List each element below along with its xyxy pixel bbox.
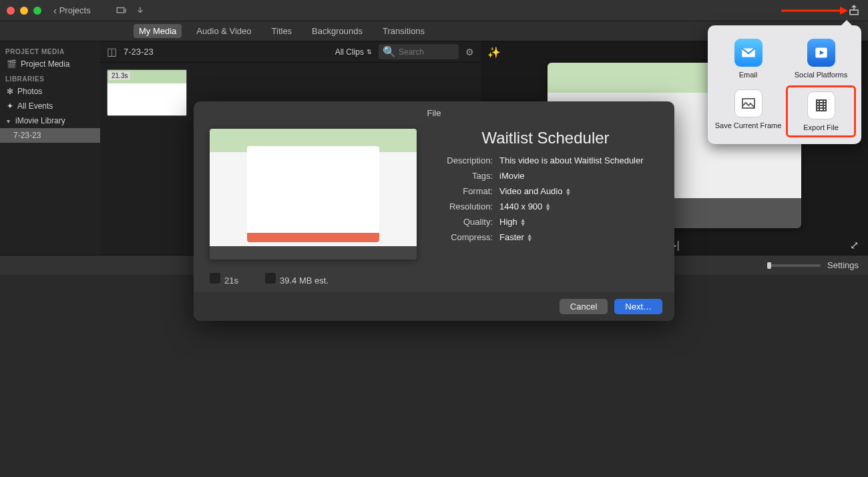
image-icon: [734, 89, 763, 117]
dialog-title: File: [194, 101, 674, 122]
window-controls: [7, 7, 41, 15]
quality-dropdown[interactable]: High ▲▼: [499, 217, 526, 227]
mail-icon: [734, 39, 763, 67]
sidebar-item-project-media[interactable]: 🎬 Project Media: [0, 57, 100, 71]
updown-icon: ⇅: [367, 49, 372, 55]
description-label: Description:: [433, 155, 493, 165]
updown-icon: ▲▼: [520, 218, 526, 226]
clip-duration-badge: 21.3s: [109, 71, 130, 80]
search-input[interactable]: [399, 47, 452, 57]
zoom-window-button[interactable]: [33, 7, 41, 15]
clapperboard-icon: 🎬: [7, 59, 17, 69]
svg-rect-0: [117, 7, 124, 13]
sidebar-item-label: 7-23-23: [13, 131, 41, 140]
tags-value[interactable]: iMovie: [499, 171, 525, 181]
resolution-dropdown[interactable]: 1440 x 900 ▲▼: [499, 201, 551, 211]
tab-transitions[interactable]: Transitions: [377, 24, 430, 38]
share-popover: Email Social Platforms Save Current Fram…: [708, 25, 861, 144]
resolution-value: 1440 x 900: [499, 201, 542, 211]
updown-icon: ▲▼: [565, 187, 571, 195]
updown-icon: ▲▼: [527, 233, 533, 242]
next-button[interactable]: Next…: [614, 299, 662, 314]
sidebar-header-libraries: LIBRARIES: [0, 71, 100, 84]
export-filesize: 39.4 MB est.: [265, 273, 329, 286]
search-field[interactable]: 🔍: [379, 44, 459, 59]
share-option-label: Email: [739, 71, 758, 79]
chevron-left-icon: ‹: [53, 5, 57, 16]
clips-filter-dropdown[interactable]: All Clips ⇅: [335, 47, 372, 57]
tab-audio-video[interactable]: Audio & Video: [191, 24, 256, 38]
share-option-label: Export File: [803, 123, 839, 131]
sidebar-item-label: Photos: [17, 87, 42, 96]
resolution-label: Resolution:: [433, 201, 493, 211]
format-dropdown[interactable]: Video and Audio ▲▼: [499, 186, 571, 196]
quality-value: High: [499, 217, 517, 227]
fullscreen-icon[interactable]: ⤢: [850, 239, 859, 252]
svg-rect-1: [850, 10, 858, 15]
film-icon: [807, 91, 835, 119]
left-sidebar: PROJECT MEDIA 🎬 Project Media LIBRARIES …: [0, 41, 100, 255]
tab-my-media[interactable]: My Media: [134, 24, 182, 38]
filter-label: All Clips: [335, 47, 364, 57]
compress-label: Compress:: [433, 232, 493, 242]
svg-marker-3: [840, 7, 848, 15]
tab-titles[interactable]: Titles: [266, 24, 298, 38]
format-label: Format:: [433, 186, 493, 196]
share-button[interactable]: [848, 4, 861, 17]
sidebar-item-label: Project Media: [21, 59, 69, 69]
flower-icon: ✻: [7, 87, 13, 96]
export-name[interactable]: Waitlist Scheduler: [433, 129, 658, 147]
sidebar-item-label: All Events: [17, 101, 53, 111]
compress-dropdown[interactable]: Faster ▲▼: [499, 232, 533, 242]
projects-label: Projects: [59, 5, 91, 15]
zoom-slider[interactable]: [767, 264, 821, 267]
format-value: Video and Audio: [499, 186, 562, 196]
sidebar-item-all-events[interactable]: ✦ All Events: [0, 99, 100, 113]
tags-label: Tags:: [433, 171, 493, 181]
share-option-email[interactable]: Email: [713, 35, 783, 83]
social-icon: [807, 39, 835, 67]
compress-value: Faster: [499, 232, 524, 242]
disclosure-triangle-icon[interactable]: ▾: [7, 117, 10, 125]
export-preview-thumbnail: [210, 129, 417, 260]
quality-label: Quality:: [433, 217, 493, 227]
zoom-slider-thumb[interactable]: [767, 262, 771, 269]
star-icon: ✦: [7, 101, 13, 111]
export-duration: 21s: [210, 273, 238, 286]
minimize-window-button[interactable]: [20, 7, 28, 15]
magic-wand-icon[interactable]: ✨: [487, 46, 499, 58]
clip-thumbnail[interactable]: 21.3s: [107, 69, 187, 116]
close-window-button[interactable]: [7, 7, 15, 15]
file-icon: [265, 273, 276, 284]
timeline-settings-button[interactable]: Settings: [827, 260, 859, 270]
search-icon: 🔍: [383, 45, 396, 58]
import-icon[interactable]: [115, 4, 128, 17]
download-icon[interactable]: [134, 4, 147, 17]
clock-icon: [210, 273, 220, 284]
updown-icon: ▲▼: [545, 203, 551, 211]
cancel-button[interactable]: Cancel: [560, 299, 608, 314]
share-option-label: Save Current Frame: [715, 121, 782, 129]
sidebar-header-project-media: PROJECT MEDIA: [0, 44, 100, 57]
sidebar-item-label: iMovie Library: [15, 116, 65, 125]
sidebar-toggle-icon[interactable]: ◫: [107, 45, 117, 58]
export-file-dialog: File Waitlist Scheduler Description: Thi…: [194, 101, 674, 321]
sidebar-item-photos[interactable]: ✻ Photos: [0, 84, 100, 99]
titlebar: ‹ Projects: [0, 0, 868, 21]
sidebar-item-event-date[interactable]: 7-23-23: [0, 128, 100, 143]
back-to-projects-button[interactable]: ‹ Projects: [53, 5, 91, 16]
share-option-social[interactable]: Social Platforms: [786, 35, 856, 83]
browser-title: 7-23-23: [124, 47, 154, 57]
share-option-label: Social Platforms: [795, 71, 847, 79]
sidebar-item-imovie-library[interactable]: ▾ iMovie Library: [0, 113, 100, 128]
gear-icon[interactable]: ⚙: [465, 47, 474, 57]
share-option-export-file[interactable]: Export File: [786, 85, 856, 137]
share-option-save-frame[interactable]: Save Current Frame: [713, 85, 783, 137]
annotation-arrow-icon: [781, 7, 848, 15]
description-value[interactable]: This video is about Waitlist Scheduler: [499, 155, 644, 165]
tab-backgrounds[interactable]: Backgrounds: [306, 24, 368, 38]
